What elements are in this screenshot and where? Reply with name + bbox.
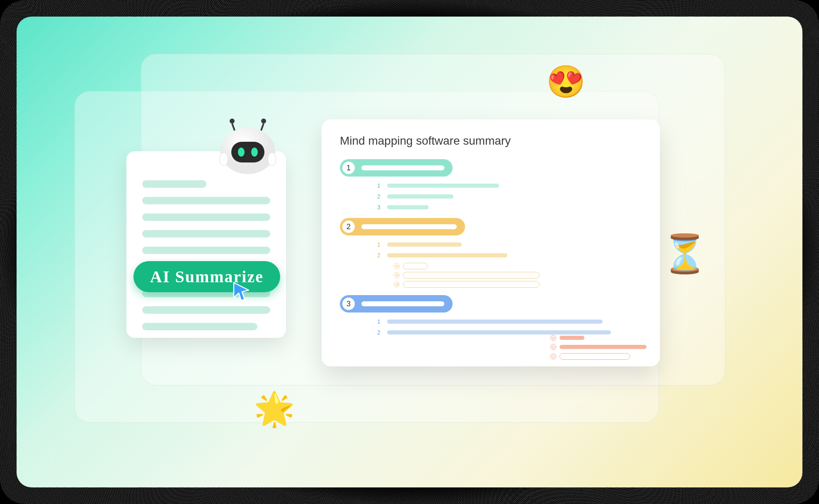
nested-bar (403, 281, 540, 288)
summary-section-2: 2 1 2 ① ② ③ ⓐ ⓑ ⓒ (340, 218, 642, 288)
section-title-placeholder (361, 224, 457, 229)
section-number: 2 (342, 220, 355, 233)
section-header: 2 (340, 218, 465, 235)
svg-point-8 (238, 148, 245, 157)
summary-title: Mind mapping software summary (340, 134, 642, 148)
subitem-number: 1 (377, 318, 382, 325)
nested-bar (560, 353, 630, 360)
nested-item: ③ (394, 281, 642, 288)
subitem-number: 2 (377, 193, 382, 200)
svg-rect-7 (231, 142, 264, 162)
nested-bar (403, 263, 428, 269)
nested-bar (403, 272, 540, 279)
robot-icon (211, 113, 285, 187)
doc-line (142, 213, 270, 221)
svg-point-0 (230, 119, 235, 124)
section-number: 3 (342, 298, 355, 310)
subitem-bar (387, 242, 462, 247)
subitem-bar (387, 330, 611, 334)
section-title-placeholder (361, 165, 444, 170)
summary-section-3: 3 1 2 (340, 295, 642, 336)
doc-line (142, 197, 270, 204)
doc-line (142, 323, 257, 330)
nested-group-salmon: ⓐ ⓑ ⓒ (550, 335, 658, 363)
subitem-number: 1 (377, 182, 382, 189)
subitem-number: 2 (377, 252, 382, 259)
subitem-number: 2 (377, 329, 382, 336)
svg-point-10 (220, 153, 228, 166)
doc-line (142, 180, 206, 188)
subitem-bar (387, 205, 429, 209)
cursor-icon (232, 281, 251, 302)
nested-item: ① (394, 263, 642, 269)
section-header: 3 (340, 295, 453, 313)
section-title-placeholder (361, 301, 444, 306)
nested-item: ② (394, 272, 642, 279)
summary-card: Mind mapping software summary 1 1 2 3 2 … (322, 119, 660, 366)
doc-line (142, 230, 270, 237)
subitem-number: 1 (377, 241, 382, 248)
subitem-bar (387, 253, 507, 257)
subitem-bar (387, 194, 453, 199)
doc-line (142, 247, 270, 254)
svg-point-9 (251, 148, 258, 157)
subitem-bar (387, 184, 499, 188)
section-number: 1 (342, 162, 355, 174)
svg-point-11 (268, 153, 276, 166)
svg-point-2 (261, 119, 266, 124)
doc-line (142, 306, 270, 314)
summary-section-1: 1 1 2 3 (340, 159, 642, 211)
subitem-number: 3 (377, 204, 382, 211)
nested-bar (560, 336, 584, 340)
ai-summarize-button[interactable]: AI Summarize (133, 261, 280, 292)
feature-illustration: AI Summarize Mind mapping software summa… (17, 17, 802, 487)
subitem-bar (387, 320, 603, 324)
section-header: 1 (340, 159, 453, 177)
nested-bar (560, 345, 647, 349)
